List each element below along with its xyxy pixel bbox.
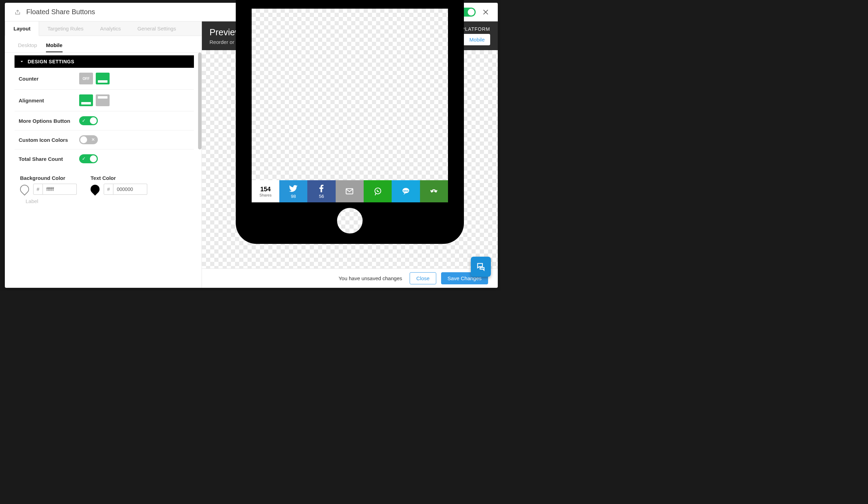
main-tabs: Layout Targeting Rules Analytics General… (5, 21, 202, 36)
more-icon (429, 187, 438, 196)
share-bar: 154 Shares 98 56 (252, 180, 448, 202)
custom-colors-row: Custom Icon Colors ✕ (15, 130, 194, 149)
text-color-input[interactable] (113, 184, 147, 195)
bg-color-swatch-icon[interactable] (18, 183, 31, 196)
custom-colors-label: Custom Icon Colors (19, 137, 79, 143)
share-email[interactable] (336, 180, 364, 202)
facebook-count: 56 (319, 194, 324, 199)
svg-text:sms: sms (403, 189, 408, 192)
alignment-options (79, 94, 110, 106)
alignment-label: Alignment (19, 98, 79, 103)
share-facebook[interactable]: 56 (307, 180, 335, 202)
footer-bar: You have unsaved changes Close Save Chan… (202, 268, 498, 288)
counter-label: Counter (19, 76, 79, 82)
chevron-down-icon (19, 59, 24, 64)
platform-mobile[interactable]: Mobile (464, 34, 490, 45)
phone-mockup: 154 Shares 98 56 (236, 0, 464, 244)
share-whatsapp[interactable] (364, 180, 392, 202)
preview-area: 154 Shares 98 56 (202, 50, 498, 268)
bg-color-item: Background Color # (20, 175, 77, 195)
settings-scroll[interactable]: DESIGN SETTINGS Counter OFF Alignment (5, 53, 202, 288)
color-block: Background Color # Text Color (15, 171, 194, 212)
bg-color-input[interactable] (43, 184, 77, 195)
modal-body: Layout Targeting Rules Analytics General… (5, 21, 498, 288)
preview-column: Preview Reorder or remove by clicking/dr… (202, 21, 498, 288)
share-twitter[interactable]: 98 (279, 180, 307, 202)
share-sms[interactable]: sms (392, 180, 420, 202)
tab-layout[interactable]: Layout (5, 21, 39, 36)
more-options-label: More Options Button (19, 118, 79, 124)
total-share-label: Total Share Count (19, 156, 79, 162)
whatsapp-icon (373, 187, 382, 196)
phone-home-button (337, 208, 363, 233)
facebook-icon (317, 184, 326, 193)
color-row: Background Color # Text Color (20, 175, 188, 195)
design-section-header[interactable]: DESIGN SETTINGS (15, 55, 194, 68)
close-button[interactable]: Close (410, 272, 436, 284)
share-total: 154 Shares (252, 180, 279, 202)
sms-icon: sms (401, 187, 410, 196)
alignment-row: Alignment (15, 90, 194, 111)
subtab-mobile[interactable]: Mobile (46, 39, 63, 52)
counter-option-on[interactable] (96, 73, 110, 84)
tab-targeting[interactable]: Targeting Rules (39, 21, 92, 36)
bg-color-hash: # (33, 184, 43, 195)
email-icon (345, 187, 354, 196)
phone-screen: 154 Shares 98 56 (252, 9, 448, 202)
bg-color-label: Background Color (20, 175, 77, 181)
device-subtabs: Desktop Mobile (5, 36, 202, 53)
alignment-option-top[interactable] (96, 94, 110, 106)
total-share-row: Total Share Count ✓ (15, 149, 194, 168)
settings-panel: DESIGN SETTINGS Counter OFF Alignment (5, 55, 202, 212)
more-options-row: More Options Button ✓ (15, 111, 194, 130)
left-column: Layout Targeting Rules Analytics General… (5, 21, 202, 288)
text-color-hash: # (104, 184, 113, 195)
counter-option-off[interactable]: OFF (79, 73, 93, 84)
counter-options: OFF (79, 73, 110, 84)
more-options-toggle[interactable]: ✓ (79, 116, 98, 125)
total-share-toggle[interactable]: ✓ (79, 154, 98, 163)
text-color-swatch-icon[interactable] (89, 183, 102, 196)
share-out-icon (15, 9, 21, 15)
share-more[interactable] (420, 180, 448, 202)
chat-icon (476, 262, 486, 272)
text-color-label: Text Color (91, 175, 147, 181)
alignment-option-bottom[interactable] (79, 94, 93, 106)
design-section-title: DESIGN SETTINGS (28, 59, 74, 64)
twitter-icon (289, 184, 298, 193)
modal: Floated Share Buttons ✓ Layout Targeting… (5, 3, 498, 288)
label-field: Label (20, 195, 188, 208)
toggle-knob (468, 9, 475, 16)
custom-colors-toggle[interactable]: ✕ (79, 135, 98, 144)
chat-fab[interactable] (471, 257, 491, 277)
tab-analytics[interactable]: Analytics (92, 21, 129, 36)
counter-row: Counter OFF (15, 68, 194, 90)
close-icon[interactable] (482, 8, 489, 16)
share-total-label: Shares (260, 193, 272, 197)
tab-general[interactable]: General Settings (129, 21, 184, 36)
subtab-desktop[interactable]: Desktop (18, 39, 37, 52)
share-total-number: 154 (260, 186, 271, 193)
unsaved-text: You have unsaved changes (338, 275, 402, 281)
twitter-count: 98 (291, 194, 296, 199)
text-color-item: Text Color # (91, 175, 147, 195)
